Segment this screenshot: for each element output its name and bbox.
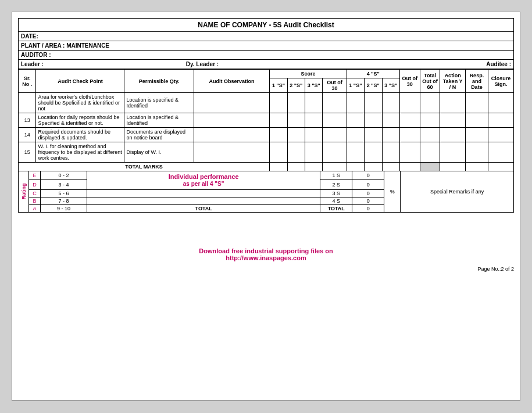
th-s1: 1 "S" <box>270 78 287 93</box>
grade-d: D <box>29 180 41 190</box>
dy-leader-label: Dy. Leader : <box>186 61 219 67</box>
th-closure-sign: Closure Sign. <box>488 70 513 93</box>
special-remarks: Special Remarks if any <box>401 171 514 213</box>
cell-out30 <box>399 113 420 128</box>
cell-total60 <box>420 142 440 163</box>
total-f1 <box>347 163 364 171</box>
cell-ao <box>194 128 269 142</box>
table-row: Area for worker's cloth/Lunchbox should … <box>19 93 514 113</box>
cell-sr <box>19 93 36 113</box>
cell-total60 <box>420 113 440 128</box>
cell-s3 <box>305 93 323 113</box>
dy-leader-cell: Dy. Leader : <box>184 60 349 69</box>
grade-e: E <box>29 171 41 180</box>
rating-label: Rating <box>19 171 29 213</box>
th-out-of-30: Out of 30 <box>323 78 347 93</box>
cell-acp: Area for worker's cloth/Lunchbox should … <box>36 93 124 113</box>
cell-f2 <box>365 142 382 163</box>
score-1s-label: 1 S <box>320 171 352 180</box>
cell-s2 <box>287 113 305 128</box>
auditee-label: Auditee : <box>486 61 511 67</box>
auditor-label: AUDITOR : <box>21 52 51 58</box>
total-resp <box>465 163 488 171</box>
th-permissible-qty: Permissible Qty. <box>124 70 194 93</box>
cell-acp: Required documents should be displayed &… <box>36 128 124 142</box>
cell-resp <box>465 142 488 163</box>
date-row: DATE: <box>18 32 514 41</box>
cell-ao <box>194 142 269 163</box>
score-total-val: 0 <box>352 205 384 213</box>
total-s1 <box>270 163 287 171</box>
cell-s2 <box>287 128 305 142</box>
score-2s-val: 0 <box>352 180 384 190</box>
th-audit-check-point: Audit Check Point <box>36 70 124 93</box>
cell-s2 <box>287 93 305 113</box>
total-f2 <box>365 163 382 171</box>
cell-action <box>440 93 465 113</box>
th-total-out-of-60: Total Out of 60 <box>420 70 440 93</box>
footer-download: Download free industrial supporting file… <box>18 247 514 261</box>
cell-f1 <box>347 128 364 142</box>
empty-cell-b <box>87 197 320 205</box>
cell-s1 <box>270 93 287 113</box>
individual-performance: Individual performance as per all 4 "S" <box>87 171 320 190</box>
cell-f3 <box>382 128 399 142</box>
score-2s-label: 2 S <box>320 180 352 190</box>
score-4s-label: 4 S <box>320 197 352 205</box>
cell-action <box>440 128 465 142</box>
cell-resp <box>465 113 488 128</box>
cell-closure <box>488 128 513 142</box>
cell-oof30 <box>323 128 347 142</box>
cell-f2 <box>365 128 382 142</box>
score-3s-label: 3 S <box>320 190 352 197</box>
cell-oof30 <box>323 93 347 113</box>
score-1s-val: 0 <box>352 171 384 180</box>
score-3s-val: 0 <box>352 190 384 197</box>
cell-pq: Display of W. I. <box>124 142 194 163</box>
cell-pq: Documents are displayed on notice board <box>124 128 194 142</box>
cell-ao <box>194 93 269 113</box>
th-4s2: 2 "S" <box>365 78 382 93</box>
cell-f3 <box>382 142 399 163</box>
cell-out30 <box>399 142 420 163</box>
cell-s3 <box>305 113 323 128</box>
rating-section: Rating E 0 - 2 Individual performance as… <box>18 171 514 213</box>
cell-resp <box>465 128 488 142</box>
cell-out30 <box>399 93 420 113</box>
auditor-row: AUDITOR : <box>18 51 514 60</box>
total-s2 <box>287 163 305 171</box>
cell-acp: W. I. for cleaning method and friquency … <box>36 142 124 163</box>
cell-f2 <box>365 93 382 113</box>
table-row: 13 Location for daily reports should be … <box>19 113 514 128</box>
page-number: Page No.:2 of 2 <box>18 266 514 272</box>
cell-s1 <box>270 128 287 142</box>
date-label: DATE: <box>21 33 38 39</box>
range-7-8: 7 - 8 <box>41 197 87 205</box>
cell-action <box>440 142 465 163</box>
total-action <box>440 163 465 171</box>
th-s3: 3 "S" <box>305 78 323 93</box>
cell-sr: 15 <box>19 142 36 163</box>
th-out-of-30b: Out of 30 <box>399 70 420 93</box>
th-4s: 4 "S" <box>347 70 399 78</box>
cell-resp <box>465 93 488 113</box>
cell-s1 <box>270 142 287 163</box>
page-title: NAME OF COMPANY - 5S Audit Checklist <box>18 18 514 32</box>
table-row: 14 Required documents should be displaye… <box>19 128 514 142</box>
cell-out30 <box>399 128 420 142</box>
th-4s1: 1 "S" <box>347 78 364 93</box>
cell-action <box>440 113 465 128</box>
cell-oof30 <box>323 142 347 163</box>
grade-a: A <box>29 205 41 213</box>
cell-sr: 14 <box>19 128 36 142</box>
range-9-10: 9 - 10 <box>41 205 87 213</box>
cell-pq: Location is specified & Identified <box>124 113 194 128</box>
cell-acp: Location for daily reports should be Spe… <box>36 113 124 128</box>
cell-f3 <box>382 93 399 113</box>
cell-s1 <box>270 113 287 128</box>
leader-row: Leader : Dy. Leader : Auditee : <box>18 60 514 69</box>
total-out30 <box>399 163 420 171</box>
cell-ao <box>194 113 269 128</box>
th-resp-date: Resp. and Date <box>465 70 488 93</box>
score-4s-val: 0 <box>352 197 384 205</box>
